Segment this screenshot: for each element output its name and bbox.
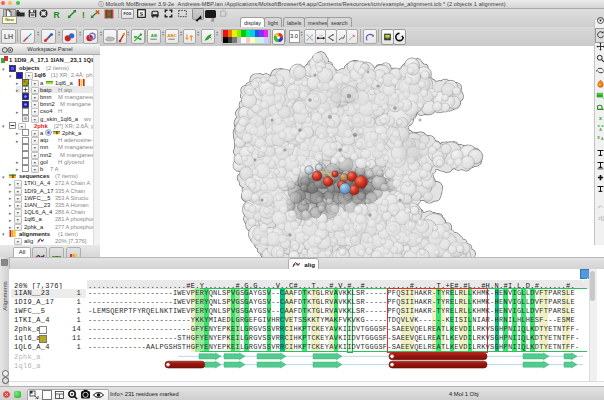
svg-text:1.2: 1.2: [319, 34, 323, 37]
svg-text:z: z: [598, 215, 601, 221]
svg-text:ABC: ABC: [167, 33, 177, 38]
svg-text:S: S: [140, 10, 144, 17]
svg-text:x: x: [597, 135, 600, 140]
svg-text:x: x: [599, 115, 602, 121]
svg-text:A: A: [601, 137, 604, 141]
svg-text:AB: AB: [151, 33, 157, 38]
svg-text:A: A: [599, 128, 602, 132]
